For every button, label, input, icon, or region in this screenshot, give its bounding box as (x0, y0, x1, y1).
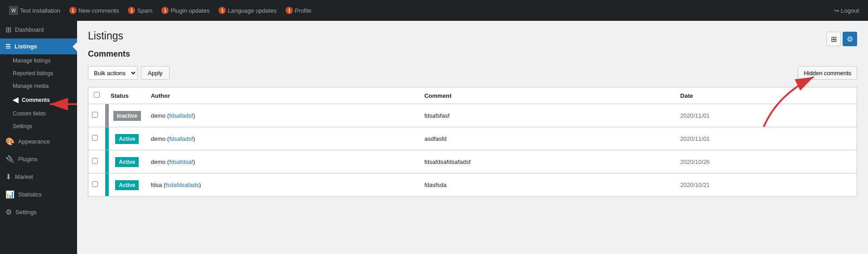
dashboard-label: Dashboard (15, 26, 44, 33)
apply-button[interactable]: Apply (141, 66, 170, 80)
settings-icon: ⚙ (5, 208, 12, 216)
layout: ⊞ Dashboard ☰ Listings Manage listings R… (0, 21, 868, 254)
row-comment-1: asdfasfd (419, 127, 675, 150)
main-content: Listings ⊞ ⚙ Comments Bulk actions Apply… (77, 21, 868, 254)
th-status: Status (105, 87, 145, 104)
appearance-icon: 🎨 (5, 137, 15, 146)
screen-options-button[interactable]: ⊞ (826, 32, 841, 46)
row-date-1: 2020/11/01 (675, 127, 857, 150)
row-checkbox-cell-2 (88, 150, 106, 173)
sidebar-item-settings[interactable]: ⚙ Settings (0, 203, 77, 221)
sidebar-item-market[interactable]: ⬇ Market (0, 168, 77, 186)
th-date: Date (675, 87, 857, 104)
language-updates-badge: 1 (218, 7, 226, 14)
listings-icon: ☰ (5, 43, 11, 50)
appearance-label: Appearance (18, 138, 50, 145)
row-status-bar-2 (105, 150, 109, 173)
plugin-updates-badge: 1 (161, 7, 169, 14)
row-checkbox-cell-1 (88, 127, 106, 150)
select-all-checkbox[interactable] (94, 92, 100, 98)
sidebar-sub-settings[interactable]: Settings (0, 120, 77, 133)
settings-label: Settings (15, 209, 37, 216)
logout-label: Logout (841, 7, 859, 14)
manage-listings-label: Manage listings (13, 58, 50, 64)
row-checkbox-cell-0 (88, 104, 106, 127)
admin-bar-spam[interactable]: 1 Spam (124, 0, 156, 21)
profile-badge: 1 (286, 7, 293, 14)
sidebar-sub-custom-fields[interactable]: Custom fields (0, 107, 77, 120)
th-checkbox (88, 87, 106, 104)
market-icon: ⬇ (5, 173, 11, 181)
sidebar-sub-reported-listings[interactable]: Reported listings (0, 67, 77, 80)
row-date-2: 2020/10/26 (675, 150, 857, 173)
screen-options-icon: ⊞ (831, 35, 837, 43)
row-date-3: 2020/10/21 (675, 173, 857, 196)
row-author-2: demo (fdsafdsaf) (145, 150, 419, 173)
listings-label: Listings (15, 43, 37, 50)
new-comments-badge: 1 (69, 7, 77, 14)
table-row: Active demo (fdsafadsf) asdfasfd 2020/11… (88, 127, 857, 150)
sidebar-item-listings[interactable]: ☰ Listings (0, 38, 77, 54)
sidebar-sub-manage-listings[interactable]: Manage listings (0, 54, 77, 67)
sidebar-sub-comments[interactable]: ◀ Comments (0, 92, 77, 107)
row-status-label-2: Active (109, 150, 145, 173)
logout-button[interactable]: ↪ Logout (830, 7, 863, 14)
row-status-bar-0 (105, 104, 109, 127)
status-badge-1: Active (115, 134, 139, 144)
statistics-label: Statistics (18, 191, 42, 198)
row-checkbox-2[interactable] (92, 158, 98, 164)
admin-bar-profile[interactable]: 1 Profile (282, 0, 315, 21)
row-comment-2: fdsafdsafdsafadsf (419, 150, 675, 173)
sidebar-sub-manage-media[interactable]: Manage media (0, 80, 77, 92)
settings-sub-label: Settings (13, 123, 32, 129)
row-checkbox-cell-3 (88, 173, 106, 196)
row-status-label-3: Active (109, 173, 145, 196)
sidebar-item-statistics[interactable]: 📊 Statistics (0, 186, 77, 203)
row-status-bar-3 (105, 173, 109, 196)
gear-blue-icon: ⚙ (847, 35, 853, 43)
author-link-1[interactable]: fdsafadsf (169, 135, 193, 142)
row-checkbox-3[interactable] (92, 181, 98, 187)
row-comment-0: fdsafsfasf (419, 104, 675, 127)
sidebar-item-dashboard[interactable]: ⊞ Dashboard (0, 21, 77, 38)
statistics-icon: 📊 (5, 190, 15, 199)
profile-label: Profile (295, 7, 311, 14)
hidden-comments-button[interactable]: Hidden comments (798, 66, 857, 80)
action-bar-left: Bulk actions Apply (88, 66, 170, 80)
page-title: Listings (88, 30, 123, 42)
row-status-label-1: Active (109, 127, 145, 150)
status-badge-0: Inactive (113, 111, 141, 121)
row-comment-3: fdasfsda (419, 173, 675, 196)
table-row: Active demo (fdsafdsaf) fdsafdsafdsafads… (88, 150, 857, 173)
arrow-icon: ◀ (13, 96, 18, 104)
row-status-label-0: Inactive (109, 104, 145, 127)
listings-triangle (73, 42, 77, 51)
sidebar-item-appearance[interactable]: 🎨 Appearance (0, 133, 77, 150)
language-updates-label: Language updates (228, 7, 276, 14)
site-name-link[interactable]: W Test installation (5, 0, 64, 21)
row-checkbox-0[interactable] (92, 112, 98, 118)
status-badge-3: Active (115, 180, 139, 190)
admin-bar-new-comments[interactable]: 1 New comments (66, 0, 123, 21)
comments-table: Status Author Comment Date Inactive demo… (88, 87, 857, 196)
new-comments-label: New comments (78, 7, 119, 14)
bulk-actions-select[interactable]: Bulk actions (88, 66, 137, 80)
author-link-3[interactable]: fsdafdsafads (165, 182, 199, 188)
admin-bar-language-updates[interactable]: 1 Language updates (215, 0, 280, 21)
row-author-3: fdsa (fsdafdsafads) (145, 173, 419, 196)
author-link-2[interactable]: fdsafdsaf (169, 158, 193, 165)
th-comment: Comment (419, 87, 675, 104)
settings-gear-button[interactable]: ⚙ (843, 32, 857, 46)
row-checkbox-1[interactable] (92, 135, 98, 141)
site-name-label: Test installation (20, 7, 60, 14)
admin-bar-plugin-updates[interactable]: 1 Plugin updates (158, 0, 213, 21)
custom-fields-label: Custom fields (13, 110, 46, 117)
row-author-0: demo (fdsafadsf) (145, 104, 419, 127)
plugins-icon: 🔌 (5, 155, 15, 163)
dashboard-icon: ⊞ (5, 25, 11, 34)
author-link-0[interactable]: fdsafadsf (169, 112, 193, 119)
site-icon: W (9, 6, 18, 15)
sidebar: ⊞ Dashboard ☰ Listings Manage listings R… (0, 21, 77, 254)
status-badge-2: Active (115, 157, 139, 167)
sidebar-item-plugins[interactable]: 🔌 Plugins (0, 150, 77, 168)
